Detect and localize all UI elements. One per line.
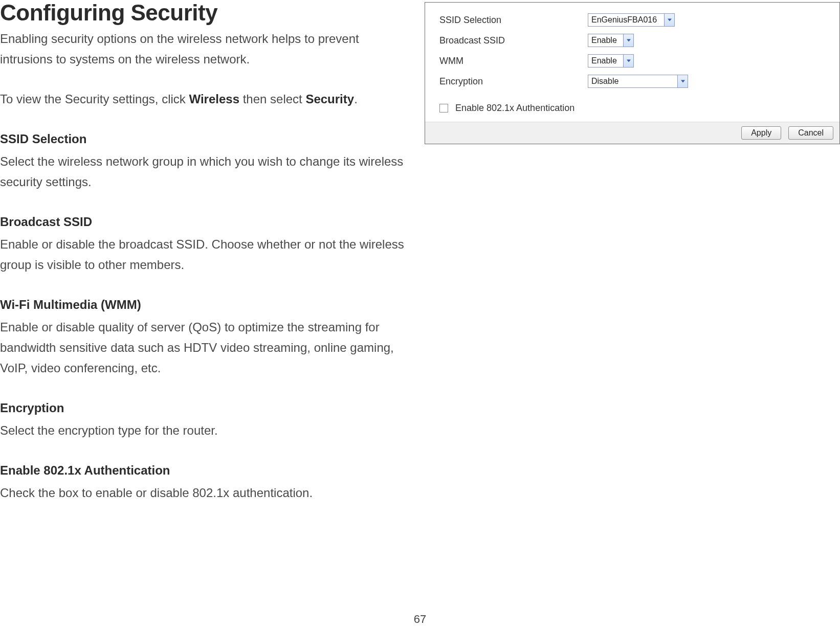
- section-body-broadcast: Enable or disable the broadcast SSID. Ch…: [0, 234, 404, 275]
- chevron-down-icon: [623, 34, 633, 47]
- panel-footer: Apply Cancel: [425, 122, 839, 144]
- apply-button[interactable]: Apply: [741, 126, 781, 140]
- select-ssid-value: EnGeniusFBA016: [588, 14, 664, 26]
- section-heading-broadcast: Broadcast SSID: [0, 212, 404, 232]
- row-encryption: Encryption Disable: [439, 71, 830, 92]
- nav-text: .: [354, 92, 358, 106]
- panel-body: SSID Selection EnGeniusFBA016 Broadcast …: [425, 3, 839, 122]
- row-wmm: WMM Enable: [439, 51, 830, 71]
- label-ssid-selection: SSID Selection: [439, 15, 588, 26]
- doc-left-column: Configuring Security Enabling security o…: [0, 0, 414, 503]
- section-body-ssid: Select the wireless network group in whi…: [0, 151, 404, 192]
- section-heading-encryption: Encryption: [0, 398, 404, 418]
- label-wmm: WMM: [439, 56, 588, 66]
- label-broadcast-ssid: Broadcast SSID: [439, 35, 588, 46]
- page-number: 67: [0, 613, 840, 626]
- select-broadcast-value: Enable: [588, 34, 623, 47]
- select-encryption[interactable]: Disable: [588, 75, 688, 88]
- select-wmm-value: Enable: [588, 55, 623, 67]
- nav-bold-wireless: Wireless: [189, 92, 239, 106]
- nav-paragraph: To view the Security settings, click Wir…: [0, 89, 404, 109]
- select-wmm[interactable]: Enable: [588, 54, 634, 68]
- cancel-button[interactable]: Cancel: [788, 126, 833, 140]
- chevron-down-icon: [623, 55, 633, 67]
- select-broadcast-ssid[interactable]: Enable: [588, 34, 634, 47]
- row-ssid-selection: SSID Selection EnGeniusFBA016: [439, 10, 830, 30]
- label-8021x: Enable 802.1x Authentication: [455, 103, 574, 114]
- section-body-wmm: Enable or disable quality of server (QoS…: [0, 317, 404, 378]
- section-body-encryption: Select the encryption type for the route…: [0, 420, 404, 441]
- chevron-down-icon: [677, 75, 688, 87]
- security-settings-panel: SSID Selection EnGeniusFBA016 Broadcast …: [425, 2, 840, 144]
- section-heading-ssid: SSID Selection: [0, 129, 404, 149]
- nav-bold-security: Security: [305, 92, 354, 106]
- page-title: Configuring Security: [0, 0, 404, 26]
- row-8021x-auth: Enable 802.1x Authentication: [439, 103, 830, 114]
- select-ssid[interactable]: EnGeniusFBA016: [588, 13, 675, 27]
- intro-paragraph: Enabling security options on the wireles…: [0, 29, 404, 70]
- section-heading-wmm: Wi-Fi Multimedia (WMM): [0, 295, 404, 315]
- row-broadcast-ssid: Broadcast SSID Enable: [439, 30, 830, 51]
- label-encryption: Encryption: [439, 76, 588, 87]
- nav-text: then select: [239, 92, 305, 106]
- section-heading-auth: Enable 802.1x Authentication: [0, 460, 404, 481]
- chevron-down-icon: [664, 14, 674, 26]
- checkbox-8021x[interactable]: [439, 104, 448, 113]
- settings-panel-column: SSID Selection EnGeniusFBA016 Broadcast …: [425, 2, 840, 144]
- section-body-auth: Check the box to enable or disable 802.1…: [0, 483, 404, 503]
- select-encryption-value: Disable: [588, 75, 677, 87]
- nav-text: To view the Security settings, click: [0, 92, 189, 106]
